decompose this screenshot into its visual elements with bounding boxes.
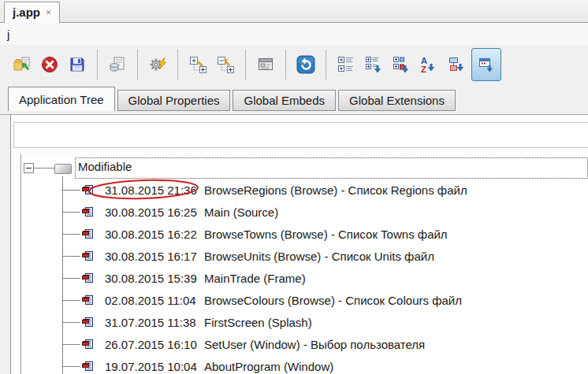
tree-item[interactable]: 26.07.2015 16:10 SetUser (Window) - Выбо… xyxy=(21,333,588,355)
build-button[interactable] xyxy=(145,50,170,79)
collapse-all-button[interactable] xyxy=(213,50,238,79)
focus-rectangle xyxy=(75,157,588,179)
sort-hierarchy-icon xyxy=(447,55,466,74)
save-floppy-icon xyxy=(68,55,87,74)
collapse-all-icon xyxy=(216,55,235,74)
check-repository-button[interactable] xyxy=(105,50,130,79)
tree-item-name: SetUser (Window) - Выбор пользователя xyxy=(204,338,425,351)
open-application-icon xyxy=(13,55,32,74)
tree-item-name: FirstScreen (Splash) xyxy=(204,316,312,329)
expand-levels-sorted-icon xyxy=(364,55,383,74)
undo-button[interactable] xyxy=(293,50,318,79)
tree-item-date: 26.07.2015 16:10 xyxy=(105,338,204,351)
form-document-icon xyxy=(81,360,94,372)
collapse-node-icon[interactable] xyxy=(24,163,34,173)
tree-connector-line xyxy=(34,168,54,168)
gear-lightning-icon xyxy=(148,55,167,74)
svg-text:Z: Z xyxy=(421,64,426,73)
open-application-button[interactable] xyxy=(9,50,35,79)
expand-all-button[interactable] xyxy=(185,50,210,79)
close-circle-icon xyxy=(40,55,59,74)
sort-by-type-icon xyxy=(392,55,411,74)
toolbar-separator xyxy=(97,50,98,80)
toolbar-separator xyxy=(285,50,286,80)
tree-item[interactable]: 19.07.2015 10:04 AboutProgram (Window) xyxy=(21,355,588,374)
expand-all-icon xyxy=(188,55,207,74)
tree-item-date: 19.07.2015 10:04 xyxy=(105,360,204,373)
tree-item-date: 30.08.2015 16:22 xyxy=(105,228,204,241)
tree-children: 31.08.2015 21:36 BrowseRegions (Browse) … xyxy=(21,179,588,374)
tree-root-row[interactable]: Modifiable xyxy=(21,157,588,179)
sort-by-window-icon xyxy=(476,54,497,75)
expand-levels-sorted-button[interactable] xyxy=(361,50,386,79)
sort-az-button[interactable]: A Z xyxy=(416,50,441,79)
form-document-icon xyxy=(81,294,94,306)
tree-item-date: 30.08.2015 16:17 xyxy=(105,250,204,263)
tree-item[interactable]: 30.08.2015 16:25 Main (Source) xyxy=(21,201,588,223)
tree-item-date: 30.08.2015 16:25 xyxy=(105,206,204,219)
tree-item-date: 02.08.2015 11:04 xyxy=(105,294,204,307)
tree-item-name: Main (Source) xyxy=(204,206,278,219)
expand-levels-button[interactable] xyxy=(333,50,359,79)
tree-item-name: BrowseColours (Browse) - Список Colours … xyxy=(204,294,462,307)
form-document-icon xyxy=(81,250,94,262)
tab-global-extensions[interactable]: Global Extensions xyxy=(338,90,456,111)
close-tab-icon[interactable]: × xyxy=(46,7,51,18)
expand-levels-icon xyxy=(337,55,355,74)
tree-item-date: 31.08.2015 21:36 xyxy=(105,183,204,197)
document-tab-label: j.app xyxy=(13,6,40,19)
sort-hierarchy-button[interactable] xyxy=(444,50,469,79)
tree-item[interactable]: 30.08.2015 16:17 BrowseUnits (Browse) - … xyxy=(21,245,588,267)
sort-az-icon: A Z xyxy=(419,55,438,74)
form-document-icon xyxy=(81,338,94,350)
tree-item[interactable]: 30.08.2015 15:39 MainTrade (Frame) xyxy=(21,267,588,289)
tree-item-name: MainTrade (Frame) xyxy=(204,272,306,285)
undo-icon xyxy=(296,54,316,75)
document-tab-japp[interactable]: j.app × xyxy=(4,2,60,24)
save-button[interactable] xyxy=(65,50,90,79)
tree-item-name: BrowseUnits (Browse) - Список Units файл xyxy=(204,250,434,263)
check-repository-icon xyxy=(108,55,127,74)
form-document-icon xyxy=(81,272,94,284)
tab-global-embeds[interactable]: Global Embeds xyxy=(233,90,336,111)
tree-item-name: AboutProgram (Window) xyxy=(204,360,333,373)
form-window-icon xyxy=(256,55,275,74)
sort-by-type-button[interactable] xyxy=(389,50,414,79)
application-tree-pane: Modifiable 31.08.2015 21:36 BrowseRegion… xyxy=(10,115,588,374)
document-tabbar: j.app × xyxy=(0,0,588,23)
form-document-icon xyxy=(81,183,94,196)
tree-item[interactable]: 02.08.2015 11:04 BrowseColours (Browse) … xyxy=(21,289,588,311)
form-document-icon xyxy=(81,206,94,218)
tab-global-properties[interactable]: Global Properties xyxy=(117,90,231,111)
sort-by-window-button[interactable] xyxy=(471,48,501,81)
tree-root-label: Modifiable xyxy=(78,160,132,173)
toolbar: A Z xyxy=(0,45,588,83)
toolbar-separator xyxy=(245,50,246,80)
page-header: j xyxy=(0,23,588,45)
page-title: j xyxy=(7,28,9,41)
tree-item-date: 30.08.2015 15:39 xyxy=(105,272,204,285)
toolbar-separator xyxy=(177,50,178,80)
filter-input[interactable] xyxy=(13,122,588,148)
form-document-icon xyxy=(81,316,94,328)
tree-item[interactable]: 31.07.2015 11:38 FirstScreen (Splash) xyxy=(21,311,588,333)
tree-item[interactable]: 30.08.2015 16:22 BrowseTowns (Browse) - … xyxy=(21,223,588,245)
tree-item-name: BrowseRegions (Browse) - Список Regions … xyxy=(204,183,467,197)
application-tree: Modifiable 31.08.2015 21:36 BrowseRegion… xyxy=(20,154,588,374)
root-folder-icon xyxy=(54,164,72,174)
close-button[interactable] xyxy=(37,50,62,79)
view-tabbar: Application Tree Global Properties Globa… xyxy=(8,87,458,111)
tree-item-date: 31.07.2015 11:38 xyxy=(105,316,204,329)
toolbar-separator xyxy=(326,50,326,80)
form-document-icon xyxy=(81,228,94,240)
tree-item[interactable]: 31.08.2015 21:36 BrowseRegions (Browse) … xyxy=(21,179,588,201)
tree-item-name: BrowseTowns (Browse) - Список Towns файл xyxy=(204,228,448,241)
tab-application-tree[interactable]: Application Tree xyxy=(8,87,115,111)
toolbar-separator xyxy=(137,50,138,80)
form-properties-button[interactable] xyxy=(253,50,278,79)
